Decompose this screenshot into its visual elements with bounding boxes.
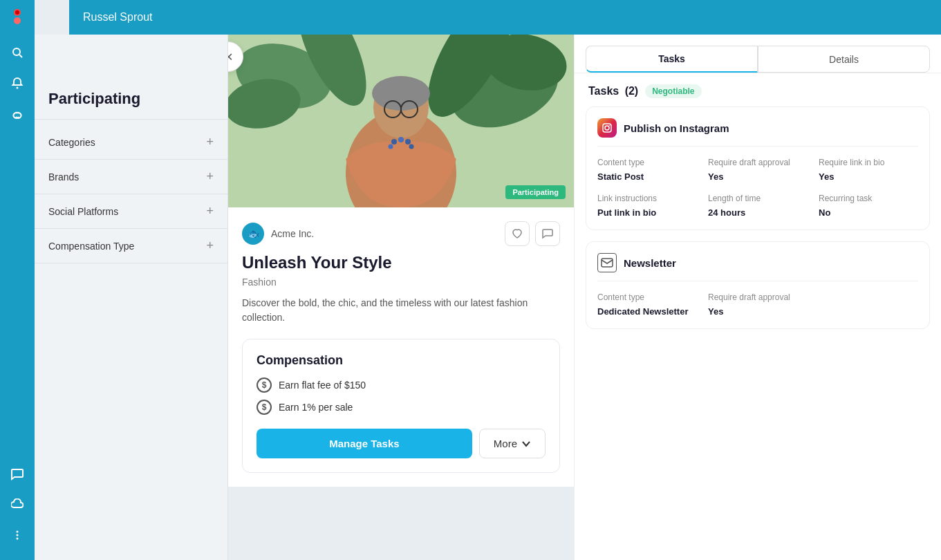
task-title-instagram: Publish on Instagram (624, 122, 729, 134)
tasks-header: Tasks (2) Negotiable (575, 73, 941, 106)
compensation-item-text: Earn 1% per sale (279, 402, 353, 413)
chat-icon[interactable] (5, 462, 30, 487)
svg-line-4 (19, 55, 22, 57)
dollar-icon: $ (257, 400, 272, 415)
compensation-box: Compensation $ Earn flat fee of $150 $ E… (242, 339, 560, 473)
task-field-label: Require draft approval (708, 158, 808, 167)
svg-point-25 (389, 144, 393, 149)
svg-point-1 (14, 17, 21, 24)
brand-name: Acme Inc. (271, 228, 314, 239)
tasks-label: Tasks (2) (588, 85, 638, 97)
task-card-instagram: Publish on Instagram Content type Static… (586, 106, 930, 230)
message-button[interactable] (535, 221, 560, 246)
bell-icon[interactable] (5, 71, 30, 95)
task-field-label: Content type (597, 292, 697, 302)
task-field-label: Content type (597, 158, 697, 167)
compensation-items: $ Earn flat fee of $150 $ Earn 1% per sa… (257, 377, 546, 415)
negotiable-badge: Negotiable (645, 84, 701, 98)
brand-row: 🐟 Acme Inc. (242, 221, 560, 246)
task-field-value: Yes (708, 306, 723, 317)
svg-point-28 (605, 126, 609, 130)
svg-rect-27 (603, 124, 611, 132)
task-field-label: Require draft approval (708, 292, 808, 302)
svg-point-23 (398, 137, 404, 142)
task-field-value: Put link in bio (597, 207, 656, 218)
compensation-item-text: Earn flat fee of $150 (279, 380, 366, 391)
task-field-value: Dedicated Newsletter (597, 306, 689, 317)
favorite-button[interactable] (505, 221, 530, 246)
cloud-icon[interactable] (5, 492, 30, 517)
task-card-header-instagram: Publish on Instagram (597, 118, 918, 147)
sidebar-item-plus-social-platforms: + (206, 204, 214, 218)
sidebar-divider (35, 119, 227, 120)
svg-point-22 (391, 139, 397, 144)
sidebar-item-brands[interactable]: Brands + (35, 160, 227, 194)
campaign-title: Unleash Your Style (242, 253, 560, 272)
svg-point-26 (409, 144, 414, 149)
sidebar-item-categories[interactable]: Categories + (35, 125, 227, 160)
link-icon[interactable] (5, 101, 30, 126)
sidebar-item-plus-brands: + (206, 169, 214, 184)
nav-bar (0, 0, 35, 560)
sidebar-item-plus-compensation-type: + (206, 239, 214, 253)
sidebar-item-social-platforms[interactable]: Social Platforms + (35, 194, 227, 229)
more-button[interactable]: More (479, 429, 546, 458)
tab-details[interactable]: Details (758, 46, 930, 73)
brand-logo: 🐟 (242, 223, 264, 245)
app-header: Russel Sprout (69, 0, 941, 35)
sidebar-item-label-compensation-type: Compensation Type (48, 241, 134, 252)
svg-point-3 (13, 48, 20, 55)
sidebar-item-plus-categories: + (206, 135, 214, 149)
user-name: Russel Sprout (83, 11, 153, 24)
instagram-icon (597, 118, 617, 138)
svg-point-29 (609, 125, 611, 127)
tabs-container: TasksDetails (586, 46, 930, 73)
task-cards: Publish on Instagram Content type Static… (575, 106, 941, 329)
sidebar-item-label-social-platforms: Social Platforms (48, 206, 118, 217)
svg-point-7 (17, 534, 19, 536)
task-field: Require link in bio Yes (819, 158, 918, 183)
campaign-category: Fashion (242, 277, 560, 288)
campaign-image: Participating (228, 35, 574, 207)
tasks-tabs: TasksDetails (575, 35, 941, 73)
newsletter-icon (597, 253, 617, 272)
task-field: Length of time 24 hours (708, 194, 808, 218)
tab-tasks[interactable]: Tasks (586, 46, 758, 73)
campaign-panel: Participating 🐟 Acme Inc. (228, 35, 574, 487)
task-field-value: Yes (819, 171, 834, 182)
sidebar-items: Categories + Brands + Social Platforms +… (35, 125, 227, 263)
svg-point-18 (372, 76, 430, 111)
svg-point-8 (17, 538, 19, 540)
sidebar-item-compensation-type[interactable]: Compensation Type + (35, 229, 227, 263)
task-field-label: Link instructions (597, 194, 697, 203)
task-field: Require draft approval Yes (708, 158, 808, 183)
sidebar-item-label-brands: Brands (48, 171, 79, 183)
sidebar: Participating Categories + Brands + Soci… (35, 35, 228, 560)
task-field: Recurring task No (819, 194, 918, 218)
participating-badge: Participating (505, 185, 566, 199)
task-field: Link instructions Put link in bio (597, 194, 697, 218)
manage-tasks-button[interactable]: Manage Tasks (257, 429, 472, 458)
task-card-newsletter: Newsletter Content type Dedicated Newsle… (586, 241, 930, 329)
task-field-value: 24 hours (708, 207, 745, 218)
svg-rect-30 (602, 259, 613, 267)
app-logo (8, 7, 27, 29)
task-field-label: Recurring task (819, 194, 918, 203)
search-icon[interactable] (5, 40, 30, 65)
task-field-value: Static Post (597, 171, 644, 182)
tasks-panel: TasksDetails Tasks (2) Negotiable Publis… (574, 35, 941, 560)
task-field: Content type Static Post (597, 158, 697, 183)
svg-point-6 (17, 531, 19, 533)
compensation-item: $ Earn 1% per sale (257, 400, 546, 415)
brand-info: 🐟 Acme Inc. (242, 223, 314, 245)
task-field: Require draft approval Yes (708, 292, 808, 317)
action-icons (505, 221, 560, 246)
task-field-label: Require link in bio (819, 158, 918, 167)
btn-row: Manage Tasks More (257, 429, 546, 458)
dollar-icon: $ (257, 377, 272, 393)
svg-point-24 (405, 139, 411, 144)
more-dots-icon[interactable] (5, 523, 30, 548)
task-field-label: Length of time (708, 194, 808, 203)
sidebar-item-label-categories: Categories (48, 137, 95, 148)
task-field-value: Yes (708, 171, 723, 182)
